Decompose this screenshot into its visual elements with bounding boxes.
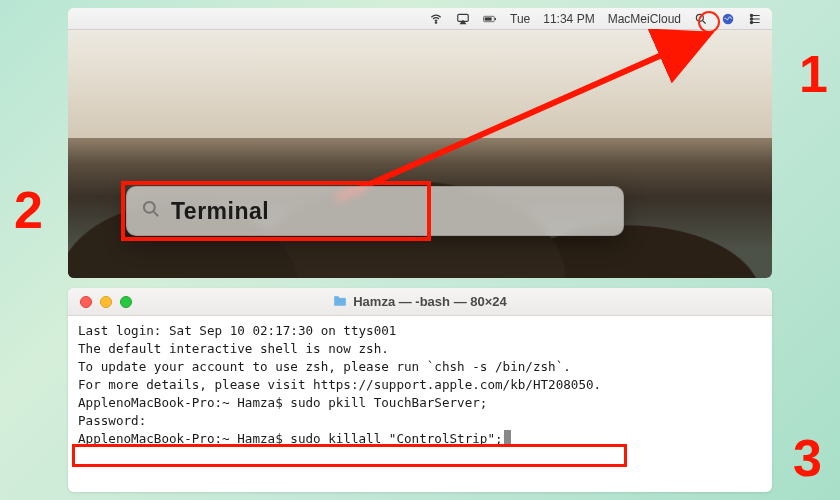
terminal-cursor	[504, 430, 511, 445]
menubar-time: 11:34 PM	[543, 12, 594, 26]
svg-rect-4	[495, 17, 496, 19]
menubar-account[interactable]: MacMeiCloud	[608, 12, 681, 26]
zoom-button[interactable]	[120, 296, 132, 308]
battery-icon[interactable]	[483, 12, 497, 26]
terminal-line: For more details, please visit https://s…	[78, 376, 762, 394]
wifi-icon[interactable]	[429, 12, 443, 26]
control-center-icon[interactable]	[748, 12, 762, 26]
spotlight-query: Terminal	[171, 198, 269, 225]
svg-point-0	[435, 21, 437, 23]
svg-point-9	[750, 21, 752, 23]
minimize-button[interactable]	[100, 296, 112, 308]
terminal-line: Last login: Sat Sep 10 02:17:30 on ttys0…	[78, 322, 762, 340]
siri-icon[interactable]	[721, 12, 735, 26]
menubar-day: Tue	[510, 12, 530, 26]
svg-point-8	[750, 17, 752, 19]
folder-icon	[333, 294, 347, 309]
airplay-icon[interactable]	[456, 12, 470, 26]
search-icon	[141, 199, 161, 223]
macos-desktop-panel: Tue 11:34 PM MacMeiCloud	[68, 8, 772, 278]
spotlight-search[interactable]: Terminal	[126, 186, 624, 236]
terminal-window: Hamza — -bash — 80×24 Last login: Sat Se…	[68, 288, 772, 492]
svg-point-5	[696, 14, 703, 21]
svg-point-11	[144, 202, 155, 213]
terminal-line: Password:	[78, 412, 762, 430]
terminal-line: ApplenoMacBook-Pro:~ Hamza$ sudo killall…	[78, 430, 762, 448]
terminal-line: ApplenoMacBook-Pro:~ Hamza$ sudo pkill T…	[78, 394, 762, 412]
annotation-number-1: 1	[799, 44, 828, 104]
svg-rect-3	[485, 17, 492, 20]
menubar: Tue 11:34 PM MacMeiCloud	[68, 8, 772, 30]
spotlight-icon[interactable]	[694, 12, 708, 26]
terminal-line: To update your account to use zsh, pleas…	[78, 358, 762, 376]
annotation-number-3: 3	[793, 428, 822, 488]
desktop-mountain	[68, 88, 772, 278]
terminal-title: Hamza — -bash — 80×24	[353, 294, 507, 309]
close-button[interactable]	[80, 296, 92, 308]
terminal-body[interactable]: Last login: Sat Sep 10 02:17:30 on ttys0…	[68, 316, 772, 456]
terminal-line: The default interactive shell is now zsh…	[78, 340, 762, 358]
terminal-titlebar: Hamza — -bash — 80×24	[68, 288, 772, 316]
svg-point-7	[750, 14, 752, 16]
annotation-number-2: 2	[14, 180, 43, 240]
